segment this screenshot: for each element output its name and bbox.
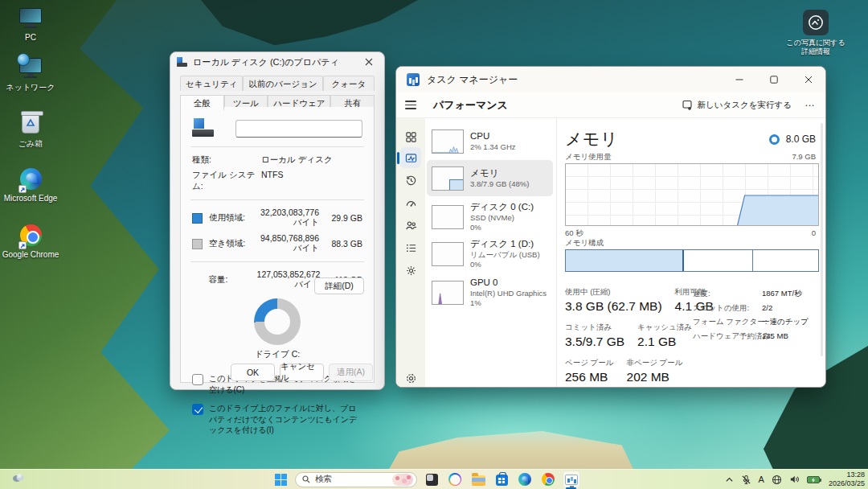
committed-label: コミット済み [565,323,624,333]
volume-label-input[interactable] [235,120,362,138]
drive-caption: ドライブ C: [192,349,362,360]
desktop-icon-chrome[interactable]: Google Chrome [2,224,59,260]
desktop-icon-pc[interactable]: PC [2,6,59,43]
capacity-label: 容量: [209,274,257,286]
scrollbar[interactable] [821,123,823,356]
battery-icon[interactable] [807,476,820,483]
globe-icon [17,53,30,66]
details-icon[interactable] [400,237,421,258]
shortcut-arrow-icon [18,241,27,249]
tab-quota[interactable]: クォータ [323,76,375,91]
store-button[interactable] [493,471,510,488]
perf-item-memory[interactable]: メモリ3.8/7.9 GB (48%) [427,160,553,196]
general-tab-page: 種類:ローカル ディスク ファイル システム:NTFS 使用領域: 32,203… [180,107,375,383]
speed-value: 1867 MT/秒 [762,289,802,299]
network-globe-icon[interactable] [772,475,782,485]
start-button[interactable] [272,471,289,488]
spotlight-info[interactable]: この写真に関する詳細情報 [784,10,847,56]
perf-item-disk0[interactable]: ディスク 0 (C:)SSD (NVMe)0% [427,199,553,235]
performance-icon[interactable] [400,147,421,168]
divider [190,146,364,147]
minimize-icon[interactable] [726,68,753,91]
perf-item-cpu[interactable]: CPU2% 1.34 GHz [427,123,553,159]
memory-composition-bar [565,249,819,272]
maximize-icon[interactable] [760,68,788,91]
ok-button[interactable]: OK [231,364,275,381]
paged-pool-label: ページ プール [565,358,614,368]
task-manager-window: タスク マネージャー パフォーマンス 新しいタスクを実行する … CP [395,66,826,388]
close-icon[interactable] [360,55,378,69]
hw-reserved-label: ハードウェア予約済み: [693,331,762,342]
type-value: ローカル ディスク [261,154,333,166]
memory-ring-icon [769,134,780,145]
volume-icon[interactable] [789,475,800,484]
menu-icon[interactable] [396,101,425,109]
form-factor-label: フォーム ファクター: [693,317,762,327]
checkbox-checked-icon [192,404,203,415]
taskmgr-title: タスク マネージャー [427,73,719,87]
taskmgr-titlebar[interactable]: タスク マネージャー [396,67,825,92]
disk1-mini-graph [432,242,464,266]
apply-button[interactable]: 適用(A) [329,364,373,381]
disk-usage-donut [254,298,301,345]
tray-chevron-icon[interactable] [725,476,734,483]
task-view-button[interactable] [423,471,440,488]
free-space-size: 88.3 GB [327,239,362,249]
search-box[interactable]: 検索 [295,472,417,487]
desktop-icon-label: ネットワーク [2,83,59,92]
free-space-swatch [192,239,203,249]
task-view-icon [426,474,438,486]
tray-time: 13:28 [829,471,865,479]
clock[interactable]: 13:28 2026/03/25 [827,471,865,489]
desktop-icon-edge[interactable]: Microsoft Edge [2,167,59,203]
close-icon[interactable] [795,68,822,91]
spotlight-label: この写真に関する詳細情報 [784,39,847,56]
weather-widget-icon[interactable] [11,471,25,486]
file-explorer-button[interactable] [469,471,487,488]
gpu-mini-graph [432,281,464,305]
cancel-button[interactable]: キャンセル [280,364,324,381]
app-history-icon[interactable] [400,170,421,191]
ime-indicator[interactable]: A [759,475,764,484]
filesystem-label: ファイル システム: [192,170,261,192]
copilot-button[interactable] [446,471,464,488]
more-options-button[interactable]: … [798,97,825,113]
free-space-bytes: 94,850,768,896 バイト [259,233,327,254]
run-new-task-button[interactable]: 新しいタスクを実行する [676,97,798,114]
desktop-icon-network[interactable]: ネットワーク [2,56,59,92]
page-title: パフォーマンス [433,98,676,113]
performance-list: CPU2% 1.34 GHz メモリ3.8/7.9 GB (48%) ディスク … [425,118,557,387]
index-checkbox[interactable]: このドライブ上のファイルに対し、プロパティだけでなくコンテンツにもインデックスを… [192,403,362,436]
composition-in-use [566,250,684,271]
index-checkbox-label: このドライブ上のファイルに対し、プロパティだけでなくコンテンツにもインデックスを… [209,403,362,436]
processes-icon[interactable] [400,126,421,147]
mic-muted-icon[interactable] [741,475,751,485]
drive-icon-large [192,118,216,139]
details-button[interactable]: 詳細(D) [314,277,364,294]
tab-general[interactable]: 全般 [180,95,224,110]
desktop-icon-recycle-bin[interactable]: ごみ箱 [2,113,59,149]
perf-item-disk1[interactable]: ディスク 1 (D:)リムーバブル (USB)0% [427,236,553,272]
tray-date: 2026/03/25 [829,479,865,488]
startup-apps-icon[interactable] [400,192,421,213]
in-use-value: 3.8 GB (62.7 MB) [565,299,662,314]
properties-dialog: ローカル ディスク (C:)のプロパティ セキュリティ 以前のバージョン クォー… [170,51,385,390]
users-icon[interactable] [400,215,421,236]
edge-button[interactable] [516,471,534,488]
chrome-button[interactable] [539,471,557,488]
task-manager-icon [407,73,420,86]
task-manager-button[interactable] [563,471,580,488]
tab-previous-versions[interactable]: 以前のバージョン [243,76,322,91]
dialog-titlebar[interactable]: ローカル ディスク (C:)のプロパティ [170,52,384,72]
memory-title: メモリ [565,128,769,150]
shortcut-arrow-icon [18,185,27,193]
used-space-bytes: 32,203,083,776 バイト [259,208,327,228]
memory-total: 8.0 GB [786,134,816,145]
perf-item-gpu[interactable]: GPU 0Intel(R) UHD Graphics1% [427,274,553,310]
services-icon[interactable] [400,260,421,281]
filesystem-value: NTFS [261,170,283,192]
settings-icon[interactable] [400,368,421,388]
tab-security[interactable]: セキュリティ [180,76,243,91]
usage-scale-max: 7.9 GB [792,152,816,162]
slots-value: 2/2 [762,303,772,314]
